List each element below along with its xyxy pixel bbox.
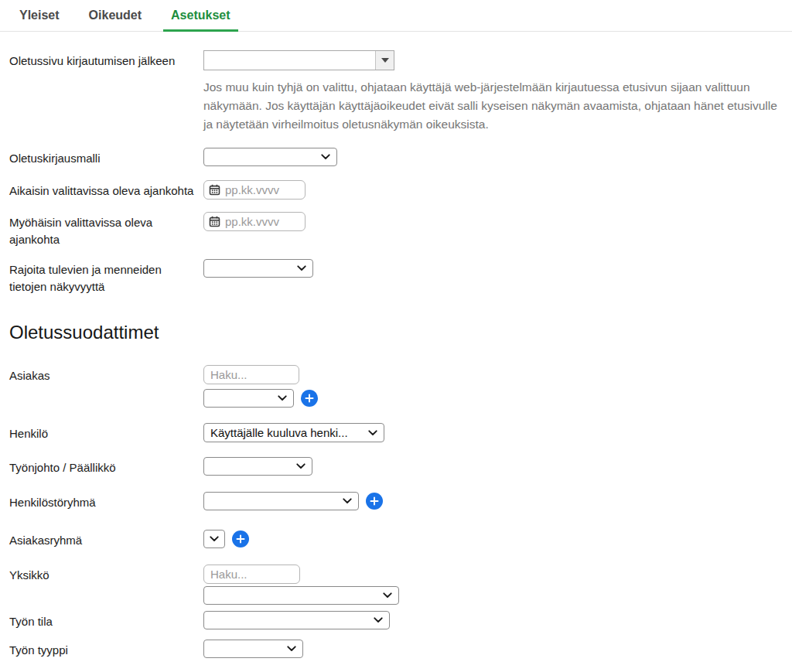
field-personnel-group: Henkilöstöryhmä (9, 492, 783, 511)
latest-date-field[interactable] (203, 212, 306, 231)
tab-oikeudet[interactable]: Oikeudet (81, 0, 149, 32)
default-entry-template-label: Oletuskirjausmalli (9, 148, 203, 167)
chevron-down-icon (273, 395, 287, 401)
field-earliest-date: Aikaisin valittavissa oleva ajankohta (9, 180, 783, 200)
unit-label: Yksikkö (9, 565, 203, 584)
default-page-label: Oletussivu kirjautumisen jälkeen (9, 50, 203, 70)
customer-select[interactable] (203, 389, 294, 408)
restrict-visibility-select[interactable] (203, 259, 313, 278)
personnel-group-add-button[interactable] (366, 493, 383, 510)
chevron-down-icon (292, 463, 306, 469)
work-type-select[interactable] (203, 640, 303, 658)
personnel-group-label: Henkilöstöryhmä (9, 492, 203, 511)
default-page-help-text: Jos muu kuin tyhjä on valittu, ohjataan … (203, 78, 783, 134)
caret-down-icon (381, 58, 389, 63)
field-default-page: Oletussivu kirjautumisen jälkeen Jos muu… (9, 50, 783, 134)
field-latest-date: Myöhäisin valittavissa oleva ajankohta (9, 212, 783, 248)
field-work-status: Työn tila (9, 611, 783, 630)
work-status-select[interactable] (203, 611, 390, 629)
person-select[interactable]: Käyttäjälle kuuluva henki... (203, 423, 384, 442)
tab-yleiset[interactable]: Yleiset (12, 0, 67, 32)
field-unit: Yksikkö (9, 565, 783, 605)
field-customer: Asiakas (9, 365, 783, 408)
chevron-down-icon (378, 592, 392, 599)
field-customer-group: Asiakasryhmä (9, 530, 783, 549)
unit-select[interactable] (203, 586, 399, 605)
field-supervisor: Työnjohto / Päällikkö (9, 457, 783, 476)
earliest-date-field[interactable] (203, 180, 306, 200)
customer-group-select[interactable] (203, 530, 225, 548)
restrict-visibility-label: Rajoita tulevien ja menneiden tietojen n… (9, 259, 203, 295)
customer-group-add-button[interactable] (232, 530, 249, 547)
unit-search-input[interactable] (203, 565, 300, 584)
calendar-icon (209, 216, 220, 227)
default-filters-heading: Oletussuodattimet (9, 322, 783, 343)
customer-group-label: Asiakasryhmä (9, 530, 203, 549)
latest-date-label: Myöhäisin valittavissa oleva ajankohta (9, 212, 203, 248)
default-entry-template-select[interactable] (203, 148, 337, 166)
earliest-date-label: Aikaisin valittavissa oleva ajankohta (9, 180, 203, 200)
plus-icon (370, 496, 379, 506)
field-restrict-visibility: Rajoita tulevien ja menneiden tietojen n… (9, 259, 783, 295)
supervisor-select[interactable] (203, 457, 312, 476)
default-page-combobox[interactable] (203, 50, 394, 70)
chevron-down-icon (364, 430, 377, 436)
person-label: Henkilö (9, 423, 203, 442)
chevron-down-icon (338, 498, 352, 504)
field-work-type: Työn tyyppi (9, 640, 783, 659)
chevron-down-icon (292, 265, 306, 271)
latest-date-input[interactable] (220, 215, 300, 228)
supervisor-label: Työnjohto / Päällikkö (9, 457, 203, 476)
customer-label: Asiakas (9, 365, 203, 384)
plus-icon (236, 534, 245, 544)
earliest-date-input[interactable] (220, 183, 300, 196)
chevron-down-icon (282, 646, 296, 652)
personnel-group-select[interactable] (203, 492, 359, 510)
settings-form: Oletussivu kirjautumisen jälkeen Jos muu… (0, 50, 792, 663)
field-default-entry-template: Oletuskirjausmalli (9, 148, 783, 167)
tab-asetukset[interactable]: Asetukset (163, 0, 237, 32)
select-value: Käyttäjälle kuuluva henki... (210, 426, 348, 439)
customer-search-input[interactable] (203, 365, 299, 384)
customer-add-button[interactable] (301, 390, 318, 407)
field-person: Henkilö Käyttäjälle kuuluva henki... (9, 423, 783, 442)
chevron-down-icon (369, 617, 383, 623)
plus-icon (305, 394, 314, 403)
tab-bar: Yleiset Oikeudet Asetukset (0, 0, 792, 32)
combobox-dropdown-button[interactable] (375, 51, 394, 70)
calendar-icon (209, 184, 220, 196)
work-status-label: Työn tila (9, 611, 203, 630)
chevron-down-icon (210, 536, 219, 542)
chevron-down-icon (316, 154, 330, 160)
work-type-label: Työn tyyppi (9, 640, 203, 659)
